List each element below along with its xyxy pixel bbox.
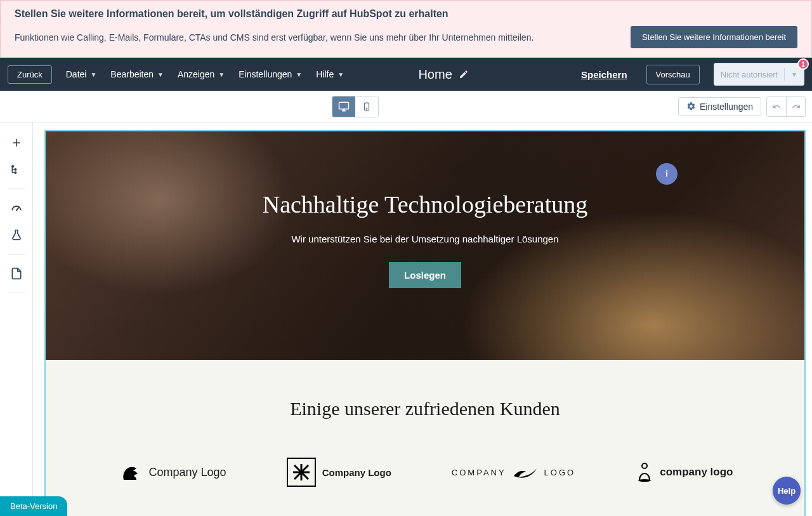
hero-section: i Nachhaltige Technologieberatung Wir un… (46, 131, 804, 360)
menu-view-label: Anzeigen (178, 69, 214, 79)
hero-title: Nachhaltige Technologieberatung (263, 190, 588, 218)
undo-redo-group (766, 96, 806, 117)
menu-settings[interactable]: Einstellungen▼ (239, 69, 302, 79)
beta-badge[interactable]: Beta-Version (0, 496, 67, 516)
save-link[interactable]: Speichern (581, 69, 627, 80)
logo-label-part2: LOGO (544, 468, 576, 477)
customer-logo-3: COMPANY LOGO (452, 465, 575, 480)
menu-help-label: Hilfe (316, 69, 334, 79)
help-button[interactable]: Help (773, 477, 801, 505)
back-button[interactable]: Zurück (8, 65, 52, 84)
menu-help[interactable]: Hilfe▼ (316, 69, 344, 79)
menu-file[interactable]: Datei▼ (66, 69, 97, 79)
add-tool[interactable] (5, 131, 28, 154)
lion-icon (117, 460, 143, 485)
customer-logo-1: Company Logo (117, 460, 226, 485)
file-tool[interactable] (5, 262, 28, 285)
chevron-down-icon: ▼ (791, 71, 797, 78)
chevron-down-icon: ▼ (218, 71, 225, 78)
separator (8, 293, 25, 293)
file-icon (10, 267, 23, 280)
gauge-icon (10, 202, 23, 215)
logo-row: Company Logo Company Logo COMPANY LOGO c… (71, 458, 779, 487)
left-sidebar (0, 122, 33, 516)
info-bubble[interactable]: i (656, 163, 678, 185)
svg-point-6 (638, 479, 651, 482)
redo-button[interactable] (786, 97, 805, 116)
banner-cta-button[interactable]: Stellen Sie weitere Informationen bereit (631, 26, 797, 48)
svg-point-4 (15, 172, 16, 174)
top-toolbar: Zurück Datei▼ Bearbeiten▼ Anzeigen▼ Eins… (0, 58, 812, 91)
customers-section: Einige unserer zufriedenen Kunden Compan… (46, 360, 804, 516)
menu-view[interactable]: Anzeigen▼ (178, 69, 225, 79)
mobile-icon (362, 101, 371, 112)
settings-button[interactable]: Einstellungen (678, 97, 761, 116)
plus-icon (10, 136, 23, 149)
divider (784, 68, 785, 81)
auth-label: Nicht autorisiert (721, 70, 778, 79)
redo-icon (791, 102, 801, 111)
person-icon (636, 462, 653, 482)
logo-label-part1: COMPANY (452, 468, 506, 477)
separator (8, 254, 25, 255)
desktop-view-button[interactable] (332, 96, 355, 117)
banner-text: Funktionen wie Calling, E-Mails, Formula… (15, 32, 618, 43)
hero-cta-button[interactable]: Loslegen (389, 262, 461, 288)
desktop-icon (338, 101, 350, 112)
page-title: Home (418, 67, 452, 82)
edit-icon[interactable] (459, 69, 469, 79)
chevron-down-icon: ▼ (337, 71, 344, 78)
menu-file-label: Datei (66, 69, 87, 79)
page-canvas[interactable]: i Nachhaltige Technologieberatung Wir un… (44, 130, 806, 516)
menu-settings-label: Einstellungen (239, 69, 292, 79)
svg-point-3 (15, 169, 16, 171)
info-banner: Stellen Sie weitere Informationen bereit… (0, 0, 812, 58)
customers-title: Einige unserer zufriedenen Kunden (71, 398, 779, 420)
undo-icon (771, 102, 782, 111)
logo-label: Company Logo (322, 467, 391, 478)
notification-badge: 1 (797, 58, 809, 70)
publish-auth-button[interactable]: Nicht autorisiert ▼ 1 (714, 63, 804, 86)
customer-logo-4: company logo (636, 462, 733, 482)
svg-point-2 (11, 166, 13, 168)
test-tool[interactable] (5, 223, 28, 246)
flask-icon (10, 228, 23, 241)
separator (8, 189, 25, 189)
logo-label: company logo (660, 466, 733, 479)
swoosh-icon (513, 465, 538, 480)
chevron-down-icon: ▼ (296, 71, 302, 78)
mobile-view-button[interactable] (355, 96, 378, 117)
logo-label: Company Logo (149, 466, 226, 479)
hero-subtitle: Wir unterstützen Sie bei der Umsetzung n… (291, 234, 558, 244)
sub-toolbar: Einstellungen (0, 91, 812, 122)
device-toggle (332, 96, 379, 117)
customer-logo-2: Company Logo (287, 458, 391, 487)
svg-point-5 (642, 463, 647, 468)
undo-button[interactable] (767, 97, 786, 116)
pattern-icon (287, 458, 316, 487)
chevron-down-icon: ▼ (90, 71, 96, 78)
preview-button[interactable]: Vorschau (646, 65, 700, 84)
contents-tool[interactable] (5, 158, 28, 181)
svg-point-1 (367, 108, 367, 109)
menu-edit-label: Bearbeiten (110, 69, 154, 79)
gear-icon (686, 102, 696, 111)
optimize-tool[interactable] (5, 197, 28, 220)
banner-title: Stellen Sie weitere Informationen bereit… (15, 8, 797, 20)
tree-icon (10, 163, 23, 176)
settings-label: Einstellungen (700, 102, 753, 112)
menu-edit[interactable]: Bearbeiten▼ (110, 69, 164, 79)
chevron-down-icon: ▼ (157, 71, 164, 78)
